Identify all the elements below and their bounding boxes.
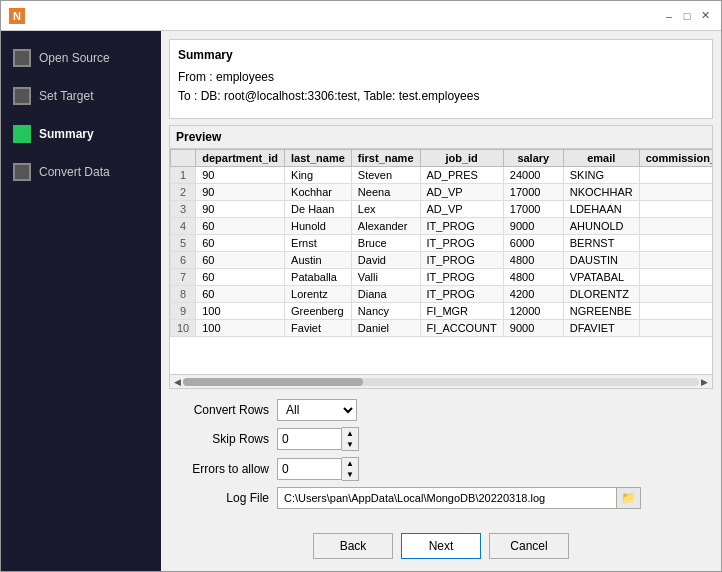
cell-department_id: 60 (196, 235, 285, 252)
cell-email: DAUSTIN (563, 252, 639, 269)
table-row: 660AustinDavidIT_PROG4800DAUSTIN (171, 252, 713, 269)
sidebar-item-convert-data[interactable]: Convert Data (1, 153, 161, 191)
minimize-button[interactable]: – (661, 8, 677, 24)
sidebar-label-convert-data: Convert Data (39, 165, 110, 179)
scroll-left-btn[interactable]: ◀ (172, 377, 183, 387)
summary-title: Summary (178, 48, 704, 62)
set-target-icon (13, 87, 31, 105)
maximize-button[interactable]: □ (679, 8, 695, 24)
cell-salary: 4800 (503, 252, 563, 269)
errors-spinner: ▲ ▼ (277, 457, 359, 481)
sidebar-item-set-target[interactable]: Set Target (1, 77, 161, 115)
convert-data-icon (13, 163, 31, 181)
errors-input[interactable] (277, 458, 342, 480)
cell-email: DLORENTZ (563, 286, 639, 303)
errors-down[interactable]: ▼ (342, 469, 358, 480)
cell-commission_pct (639, 218, 712, 235)
errors-up[interactable]: ▲ (342, 458, 358, 469)
log-file-input[interactable] (277, 487, 617, 509)
log-file-browse-button[interactable]: 📁 (617, 487, 641, 509)
sidebar-item-summary[interactable]: Summary (1, 115, 161, 153)
cell-salary: 9000 (503, 218, 563, 235)
errors-btns: ▲ ▼ (342, 457, 359, 481)
table-body: 190KingStevenAD_PRES24000SKING290Kochhar… (171, 167, 713, 337)
horizontal-scrollbar[interactable]: ◀ ▶ (170, 374, 712, 388)
cell-commission_pct (639, 286, 712, 303)
convert-rows-select[interactable]: All First Last (277, 399, 357, 421)
back-button[interactable]: Back (313, 533, 393, 559)
cell-last_name: Faviet (285, 320, 352, 337)
cell-job_id: IT_PROG (420, 252, 503, 269)
cell-commission_pct (639, 303, 712, 320)
skip-rows-btns: ▲ ▼ (342, 427, 359, 451)
skip-rows-input[interactable] (277, 428, 342, 450)
cell-commission_pct (639, 269, 712, 286)
sidebar: Open Source Set Target Summary Convert D… (1, 31, 161, 571)
cell-last_name: King (285, 167, 352, 184)
cell-commission_pct (639, 235, 712, 252)
cell-department_id: 100 (196, 303, 285, 320)
table-row: 860LorentzDianaIT_PROG4200DLORENTZ (171, 286, 713, 303)
scroll-right-btn[interactable]: ▶ (699, 377, 710, 387)
main-content: Open Source Set Target Summary Convert D… (1, 31, 721, 571)
preview-table: department_id last_name first_name job_i… (170, 149, 712, 337)
convert-rows-row: Convert Rows All First Last (169, 399, 713, 421)
cell-num: 3 (171, 201, 196, 218)
cell-salary: 4200 (503, 286, 563, 303)
title-bar-left: N (9, 8, 25, 24)
close-button[interactable]: ✕ (697, 8, 713, 24)
cell-num: 1 (171, 167, 196, 184)
right-panel: Summary From : employees To : DB: root@l… (161, 31, 721, 571)
cancel-button[interactable]: Cancel (489, 533, 569, 559)
cell-first_name: Steven (351, 167, 420, 184)
cell-email: NGREENBE (563, 303, 639, 320)
cell-department_id: 60 (196, 286, 285, 303)
col-header-num (171, 150, 196, 167)
cell-first_name: Alexander (351, 218, 420, 235)
skip-rows-label: Skip Rows (169, 432, 269, 446)
cell-job_id: IT_PROG (420, 218, 503, 235)
cell-job_id: AD_PRES (420, 167, 503, 184)
cell-email: AHUNOLD (563, 218, 639, 235)
sidebar-label-set-target: Set Target (39, 89, 93, 103)
cell-first_name: Diana (351, 286, 420, 303)
sidebar-label-open-source: Open Source (39, 51, 110, 65)
scrollbar-thumb[interactable] (183, 378, 363, 386)
cell-last_name: Kochhar (285, 184, 352, 201)
table-header-row: department_id last_name first_name job_i… (171, 150, 713, 167)
preview-section: Preview department_id last_name first_na… (169, 125, 713, 389)
cell-first_name: David (351, 252, 420, 269)
cell-last_name: Ernst (285, 235, 352, 252)
preview-title: Preview (170, 126, 712, 149)
cell-salary: 17000 (503, 201, 563, 218)
next-button[interactable]: Next (401, 533, 481, 559)
scrollbar-track[interactable] (183, 378, 699, 386)
cell-email: BERNST (563, 235, 639, 252)
log-file-wrap: 📁 (277, 487, 641, 509)
errors-label: Errors to allow (169, 462, 269, 476)
cell-last_name: Pataballa (285, 269, 352, 286)
col-header-job-id: job_id (420, 150, 503, 167)
skip-rows-down[interactable]: ▼ (342, 439, 358, 450)
table-row: 390De HaanLexAD_VP17000LDEHAAN (171, 201, 713, 218)
table-row: 190KingStevenAD_PRES24000SKING (171, 167, 713, 184)
log-file-row: Log File 📁 (169, 487, 713, 509)
skip-rows-up[interactable]: ▲ (342, 428, 358, 439)
cell-salary: 12000 (503, 303, 563, 320)
table-row: 9100GreenbergNancyFI_MGR12000NGREENBE (171, 303, 713, 320)
table-row: 560ErnstBruceIT_PROG6000BERNST (171, 235, 713, 252)
main-window: N – □ ✕ Open Source Set Target Summary (0, 0, 722, 572)
cell-last_name: Hunold (285, 218, 352, 235)
cell-num: 6 (171, 252, 196, 269)
col-header-first-name: first_name (351, 150, 420, 167)
cell-job_id: IT_PROG (420, 269, 503, 286)
open-source-icon (13, 49, 31, 67)
preview-table-wrapper[interactable]: department_id last_name first_name job_i… (170, 149, 712, 374)
cell-first_name: Lex (351, 201, 420, 218)
summary-from: From : employees (178, 68, 704, 87)
cell-salary: 9000 (503, 320, 563, 337)
cell-first_name: Daniel (351, 320, 420, 337)
cell-job_id: IT_PROG (420, 235, 503, 252)
sidebar-item-open-source[interactable]: Open Source (1, 39, 161, 77)
cell-job_id: AD_VP (420, 201, 503, 218)
